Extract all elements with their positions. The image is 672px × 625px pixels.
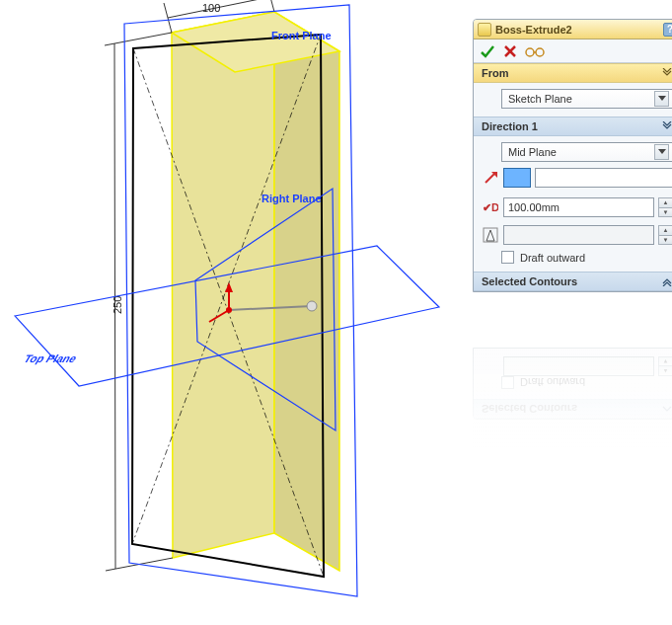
direction1-section-header[interactable]: Direction 1 [474, 117, 672, 136]
action-bar [474, 39, 672, 63]
depth-value: 100.00mm [508, 201, 560, 213]
from-header-label: From [482, 67, 509, 79]
help-button[interactable]: ? [663, 23, 672, 37]
direction1-header-label: Direction 1 [482, 120, 538, 132]
end-condition-select[interactable]: Mid Plane [501, 142, 672, 162]
svg-point-20 [226, 307, 232, 313]
svg-point-23 [526, 48, 534, 56]
right-plane-label: Right Plane [261, 193, 322, 204]
panel-reflection: Selected Contours Draft outward ▲▼ [473, 348, 672, 420]
draft-outward-checkbox[interactable] [501, 251, 514, 264]
dimension-width-text: 100 [202, 2, 220, 14]
svg-point-19 [307, 301, 317, 311]
end-condition-value: Mid Plane [508, 146, 557, 158]
svg-text:✔D1: ✔D1 [483, 201, 498, 213]
svg-marker-26 [658, 96, 666, 101]
collapse-icon [661, 120, 672, 132]
dimension-height-text: 250 [112, 296, 123, 314]
svg-marker-0 [172, 12, 274, 558]
expand-icon [661, 275, 672, 287]
panel-title: Boss-Extrude2 [495, 24, 663, 36]
svg-line-4 [266, 0, 274, 12]
dropdown-arrow-icon [654, 91, 669, 107]
reverse-direction-icon[interactable] [482, 169, 499, 187]
depth-icon: ✔D1 [482, 198, 499, 216]
from-value: Sketch Plane [508, 93, 572, 105]
svg-marker-32 [486, 230, 494, 241]
panel-title-bar: Boss-Extrude2 ? [474, 20, 672, 39]
front-plane-label: Front Plane [271, 30, 332, 41]
detailed-preview-button[interactable] [525, 45, 545, 57]
ok-button[interactable] [480, 43, 495, 59]
svg-point-24 [536, 48, 544, 56]
top-plane-label: Top Plane [22, 352, 81, 365]
direction-color-swatch[interactable] [503, 168, 531, 188]
draft-angle-input[interactable] [503, 225, 654, 245]
from-start-condition-select[interactable]: Sketch Plane [501, 89, 672, 109]
selected-contours-section-header[interactable]: Selected Contours [474, 272, 672, 291]
draft-outward-label: Draft outward [520, 252, 585, 264]
depth-spinner[interactable]: ▲▼ [658, 197, 672, 217]
draft-icon[interactable] [482, 226, 499, 244]
direction1-section-body: Mid Plane ✔D1 100.00mm ▲▼ [474, 136, 672, 272]
svg-marker-1 [274, 12, 339, 571]
from-section-header[interactable]: From [474, 63, 672, 83]
from-section-body: Sketch Plane [474, 83, 672, 117]
draft-spinner[interactable]: ▲▼ [658, 225, 672, 245]
model-viewport[interactable]: 100 250 Front Plane Right Plane Top Plan… [0, 0, 454, 625]
selected-contours-label: Selected Contours [482, 275, 577, 287]
svg-line-28 [485, 174, 494, 183]
depth-input[interactable]: 100.00mm [503, 197, 654, 217]
collapse-icon [661, 67, 672, 79]
cancel-button[interactable] [503, 44, 517, 58]
direction-vector-field[interactable] [535, 168, 672, 188]
svg-marker-27 [658, 149, 666, 154]
dropdown-arrow-icon [654, 144, 669, 160]
feature-panel: Boss-Extrude2 ? From Sketch Plane [473, 19, 672, 292]
feature-icon [478, 23, 491, 37]
